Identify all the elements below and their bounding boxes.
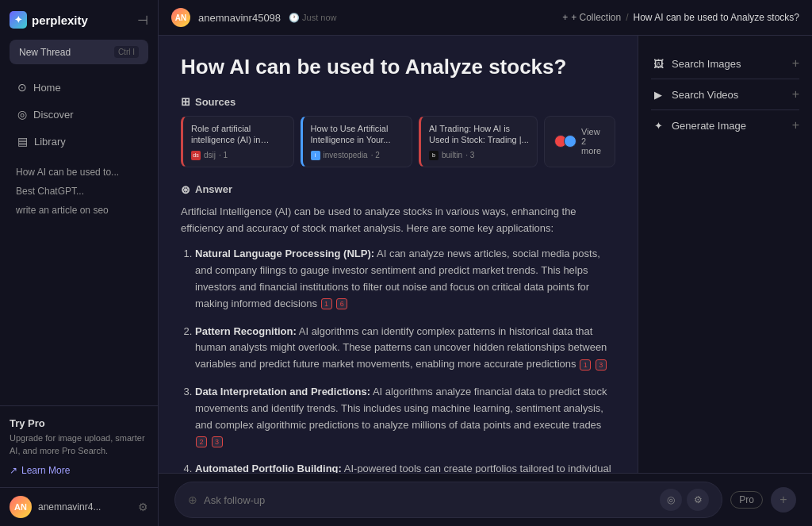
search-images-label: Search Images xyxy=(672,58,741,70)
ask-followup-container[interactable]: ⊕ ◎ ⚙ xyxy=(174,482,722,518)
search-videos-action[interactable]: ▶ Search Videos + xyxy=(651,79,799,110)
sources-header: ⊞ Sources xyxy=(181,95,615,108)
new-thread-button[interactable]: New Thread Ctrl I xyxy=(10,40,148,64)
settings-button[interactable]: ⚙ xyxy=(138,501,148,513)
breadcrumb-collection[interactable]: + + Collection xyxy=(562,12,621,23)
sidebar: ✦ perplexity ⊣ New Thread Ctrl I ⊙ Home … xyxy=(0,0,159,526)
panel-action-left: 🖼 Search Images xyxy=(651,56,741,71)
main-content: AN anemnavinr45098 🕐 Just now + + Collec… xyxy=(159,0,812,526)
topbar-username: anemnavinr45098 xyxy=(198,12,281,24)
sources-icon: ⊞ xyxy=(181,95,190,108)
sidebar-item-library[interactable]: ▤ Library xyxy=(6,129,151,154)
library-icon: ▤ xyxy=(17,135,28,148)
view-more-card[interactable]: View 2 more xyxy=(544,116,615,167)
topbar: AN anemnavinr45098 🕐 Just now + + Collec… xyxy=(159,0,812,36)
answer-label: Answer xyxy=(195,183,232,195)
answer-section: ⊛ Answer Artificial Intelligence (AI) ca… xyxy=(181,183,615,473)
sidebar-item-discover-label: Discover xyxy=(33,109,74,121)
search-images-icon: 🖼 xyxy=(651,56,665,71)
user-info: AN anemnavinr4... xyxy=(10,496,101,518)
source-favicon-1: ds xyxy=(191,151,201,160)
sidebar-item-home-label: Home xyxy=(33,82,61,94)
citation[interactable]: 1 xyxy=(321,298,332,309)
sidebar-item-discover[interactable]: ◎ Discover xyxy=(6,102,151,127)
source-domain-2: investopedia xyxy=(324,151,368,159)
sources-section: ⊞ Sources Role of artificial intelligenc… xyxy=(181,95,615,167)
answer-list: Natural Language Processing (NLP): AI ca… xyxy=(181,246,615,473)
list-item-bold: Pattern Recognition: xyxy=(195,325,297,337)
user-footer: AN anemnavinr4... ⚙ xyxy=(0,487,158,526)
collection-label: + Collection xyxy=(571,12,621,23)
right-panel: 🖼 Search Images + ▶ Search Videos + ✦ Ge… xyxy=(638,36,812,473)
search-videos-label: Search Videos xyxy=(672,89,738,101)
logo-icon: ✦ xyxy=(10,11,27,29)
view-more-avatars xyxy=(554,135,576,148)
source-title-2: How to Use Artificial Intelligence in Yo… xyxy=(311,123,404,146)
mini-avatar-2 xyxy=(564,135,576,148)
bottom-bar: ⊕ ◎ ⚙ Pro + xyxy=(159,473,812,526)
generate-image-icon: ✦ xyxy=(651,118,665,132)
sources-grid: Role of artificial intelligence (AI) in … xyxy=(181,116,615,167)
followup-input[interactable] xyxy=(204,494,653,506)
generate-image-action[interactable]: ✦ Generate Image + xyxy=(651,110,799,140)
list-item-bold: Natural Language Processing (NLP): xyxy=(195,248,374,259)
page-title: How AI can be used to Analyze stocks? xyxy=(181,55,615,79)
breadcrumb: + + Collection / How AI can be used to A… xyxy=(562,12,799,23)
library-item[interactable]: write an article on seo xyxy=(11,201,147,220)
list-item: Natural Language Processing (NLP): AI ca… xyxy=(195,246,615,312)
source-favicon-3: b xyxy=(429,151,439,160)
mode-button-2[interactable]: ⚙ xyxy=(687,489,709,511)
topbar-user-avatar: AN xyxy=(171,8,190,27)
topbar-left: AN anemnavinr45098 🕐 Just now xyxy=(171,8,337,27)
library-section: How AI can be used to... Best ChatGPT...… xyxy=(0,163,158,220)
topbar-time: 🕐 Just now xyxy=(289,13,336,23)
discover-icon: ◎ xyxy=(17,108,27,121)
source-meta-1: ds dsij · 1 xyxy=(191,151,285,160)
source-card-3[interactable]: AI Trading: How AI is Used in Stock: Tra… xyxy=(419,116,538,167)
source-favicon-2: i xyxy=(311,151,320,160)
answer-intro: Artificial Intelligence (AI) can be used… xyxy=(181,204,615,237)
new-thread-shortcut: Ctrl I xyxy=(114,46,139,58)
clock-icon: 🕐 xyxy=(289,13,300,23)
library-item[interactable]: Best ChatGPT... xyxy=(11,182,147,201)
learn-more-button[interactable]: ↗ Learn More xyxy=(10,465,70,476)
citation[interactable]: 2 xyxy=(196,436,207,447)
try-pro-section: Try Pro Upgrade for image upload, smarte… xyxy=(0,405,158,487)
source-card-1[interactable]: Role of artificial intelligence (AI) in … xyxy=(181,116,294,167)
followup-icon: ⊕ xyxy=(188,493,197,506)
panel-action-left: ✦ Generate Image xyxy=(651,118,746,132)
plus-icon: + xyxy=(562,12,568,23)
sidebar-header: ✦ perplexity ⊣ xyxy=(0,0,158,40)
sidebar-item-library-label: Library xyxy=(34,136,66,148)
view-more-text: View 2 more xyxy=(581,127,605,155)
answer-icon: ⊛ xyxy=(181,183,190,196)
user-name-label: anemnavinr4... xyxy=(38,501,101,513)
citation[interactable]: 3 xyxy=(596,359,607,371)
answer-pane: How AI can be used to Analyze stocks? ⊞ … xyxy=(159,36,638,473)
content-area: How AI can be used to Analyze stocks? ⊞ … xyxy=(159,36,812,473)
user-avatar: AN xyxy=(10,496,32,518)
mode-icons: ◎ ⚙ xyxy=(660,489,709,511)
search-videos-icon: ▶ xyxy=(651,87,665,102)
collapse-button[interactable]: ⊣ xyxy=(137,13,148,28)
source-meta-2: i investopedia · 2 xyxy=(311,151,404,160)
sources-label: Sources xyxy=(195,96,236,108)
logo-text: perplexity xyxy=(32,13,88,27)
breadcrumb-current: How AI can be used to Analyze stocks? xyxy=(634,12,799,23)
source-title-3: AI Trading: How AI is Used in Stock: Tra… xyxy=(429,123,529,146)
pro-badge[interactable]: Pro xyxy=(730,491,763,509)
citation[interactable]: 3 xyxy=(212,436,223,447)
learn-more-label: Learn More xyxy=(21,465,70,476)
generate-image-plus: + xyxy=(792,118,799,132)
sidebar-item-home[interactable]: ⊙ Home xyxy=(6,75,151,100)
library-item[interactable]: How AI can be used to... xyxy=(11,163,147,182)
citation[interactable]: 1 xyxy=(580,359,591,371)
search-images-action[interactable]: 🖼 Search Images + xyxy=(651,48,799,79)
citation[interactable]: 6 xyxy=(336,298,347,309)
mode-button-1[interactable]: ◎ xyxy=(660,489,682,511)
source-domain-3: builtin xyxy=(442,151,462,159)
source-card-2[interactable]: How to Use Artificial Intelligence in Yo… xyxy=(301,116,412,167)
submit-button[interactable]: + xyxy=(771,487,796,513)
list-item: Automated Portfolio Building: AI-powered… xyxy=(195,461,615,473)
arrow-icon: ↗ xyxy=(10,465,17,476)
